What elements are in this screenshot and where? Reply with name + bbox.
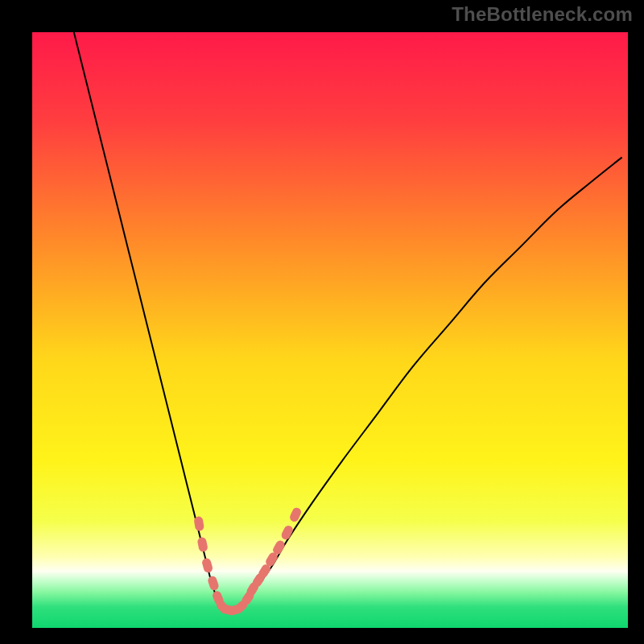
plot-svg xyxy=(32,32,628,628)
chart-frame: TheBottleneck.com xyxy=(0,0,644,644)
watermark-text: TheBottleneck.com xyxy=(452,3,633,26)
gradient-background xyxy=(32,32,628,628)
plot-area xyxy=(32,32,628,628)
